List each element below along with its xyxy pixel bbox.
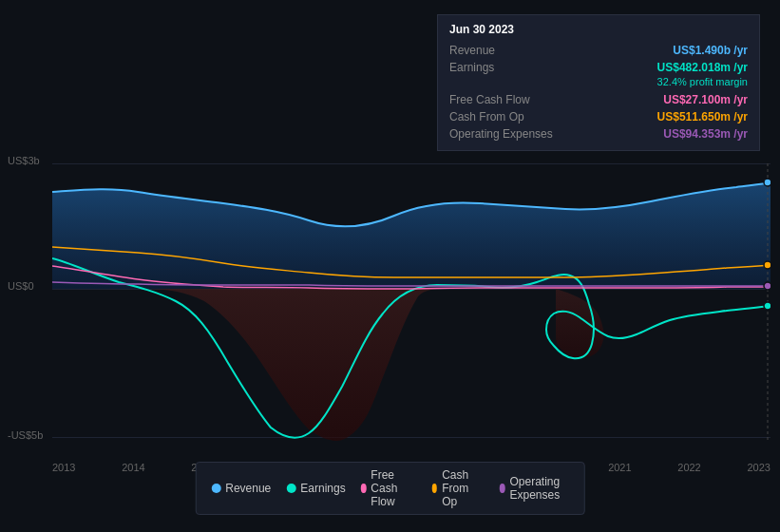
- x-label-2014: 2014: [122, 462, 144, 473]
- y-label-neg5b: -US$5b: [8, 429, 43, 441]
- tooltip-value-fcf: US$27.100m /yr: [663, 93, 748, 106]
- tooltip-label-cashfromop: Cash From Op: [449, 110, 573, 124]
- legend-item-cashfromop[interactable]: Cash From Op: [431, 468, 484, 508]
- legend-dot-cashfromop: [431, 484, 437, 493]
- legend-item-fcf[interactable]: Free Cash Flow: [361, 468, 417, 508]
- negative-area: [147, 289, 337, 441]
- y-label-0: US$0: [8, 280, 34, 292]
- opex-dot: [764, 282, 770, 290]
- tooltip-row-fcf: Free Cash Flow US$27.100m /yr: [449, 91, 748, 108]
- tooltip-value-cashfromop: US$511.650m /yr: [657, 110, 748, 124]
- tooltip-label-opex: Operating Expenses: [449, 127, 573, 141]
- tooltip-value-revenue: US$1.490b /yr: [673, 44, 748, 57]
- earnings-dot: [764, 302, 770, 310]
- x-label-2023: 2023: [747, 462, 770, 473]
- tooltip-profit-margin: 32.4% profit margin: [657, 76, 748, 87]
- tooltip-date: Jun 30 2023: [449, 23, 748, 36]
- tooltip-label-earnings: Earnings: [449, 61, 573, 74]
- legend-item-opex[interactable]: Operating Expenses: [500, 475, 569, 502]
- tooltip-label-fcf: Free Cash Flow: [449, 93, 573, 106]
- legend-label-cashfromop: Cash From Op: [442, 468, 485, 508]
- chart-container: Jun 30 2023 Revenue US$1.490b /yr Earnin…: [0, 0, 780, 532]
- legend: Revenue Earnings Free Cash Flow Cash Fro…: [195, 462, 585, 515]
- chart-svg: [52, 163, 770, 441]
- legend-label-revenue: Revenue: [225, 482, 271, 495]
- negative-area2: [337, 289, 461, 441]
- tooltip-row-revenue: Revenue US$1.490b /yr: [449, 42, 748, 59]
- tooltip-row-profit-margin: 32.4% profit margin: [449, 76, 748, 91]
- tooltip-row-earnings: Earnings US$482.018m /yr: [449, 59, 748, 76]
- legend-label-fcf: Free Cash Flow: [371, 468, 416, 508]
- legend-item-revenue[interactable]: Revenue: [211, 482, 271, 495]
- revenue-dot: [764, 179, 770, 186]
- tooltip-row-opex: Operating Expenses US$94.353m /yr: [449, 125, 748, 142]
- x-label-2021: 2021: [608, 462, 631, 473]
- cashfromop-dot: [764, 261, 770, 269]
- y-label-3b: US$3b: [8, 155, 40, 166]
- legend-dot-opex: [500, 484, 505, 493]
- x-label-2013: 2013: [52, 462, 75, 473]
- legend-label-opex: Operating Expenses: [509, 475, 568, 502]
- legend-item-earnings[interactable]: Earnings: [286, 482, 345, 495]
- tooltip-card: Jun 30 2023 Revenue US$1.490b /yr Earnin…: [437, 14, 760, 151]
- legend-dot-revenue: [211, 484, 220, 493]
- legend-label-earnings: Earnings: [300, 482, 345, 495]
- legend-dot-earnings: [286, 484, 295, 493]
- tooltip-value-earnings: US$482.018m /yr: [657, 61, 748, 74]
- legend-dot-fcf: [361, 484, 367, 493]
- tooltip-label-revenue: Revenue: [449, 44, 573, 57]
- negative-area3: [556, 289, 604, 358]
- tooltip-value-opex: US$94.353m /yr: [663, 127, 748, 141]
- x-label-2022: 2022: [677, 462, 700, 473]
- tooltip-row-cashfromop: Cash From Op US$511.650m /yr: [449, 108, 748, 125]
